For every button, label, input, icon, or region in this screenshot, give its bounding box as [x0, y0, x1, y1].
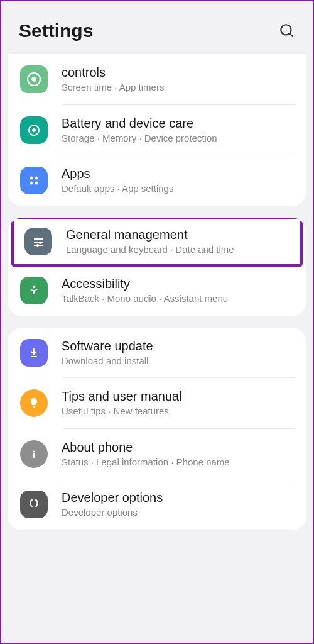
svg-point-12	[39, 242, 41, 244]
row-text: Software update Download and install	[62, 339, 294, 367]
svg-point-15	[33, 286, 35, 288]
highlight-box: General management Language and keyboard…	[11, 218, 303, 268]
grid-icon	[20, 167, 48, 194]
row-text: Accessibility TalkBack · Mono audio · As…	[62, 277, 294, 305]
braces-icon	[20, 491, 48, 518]
search-icon[interactable]	[279, 23, 295, 39]
settings-item-controls[interactable]: controls Screen time · App timers	[8, 54, 306, 105]
settings-item-apps[interactable]: Apps Default apps · App settings	[8, 155, 306, 206]
svg-rect-19	[33, 453, 35, 458]
row-subtitle: Download and install	[62, 355, 294, 367]
info-icon	[20, 440, 48, 468]
row-subtitle: Screen time · App timers	[62, 81, 294, 94]
svg-point-6	[35, 177, 38, 180]
person-icon	[20, 277, 48, 304]
row-text: controls Screen time · App timers	[62, 65, 294, 94]
heart-circle-icon	[20, 65, 48, 93]
row-title: Battery and device care	[62, 116, 294, 131]
row-title: Software update	[62, 339, 294, 353]
row-subtitle: Language and keyboard · Date and time	[66, 243, 290, 256]
row-subtitle: Status · Legal information · Phone name	[62, 456, 294, 469]
row-text: Tips and user manual Useful tips · New f…	[62, 389, 294, 418]
settings-group-2: General management Language and keyboard…	[8, 218, 306, 316]
svg-point-5	[30, 177, 33, 180]
row-subtitle: Useful tips · New features	[62, 405, 294, 418]
header: Settings	[1, 1, 313, 54]
row-title: General management	[66, 228, 290, 242]
settings-item-about-phone[interactable]: About phone Status · Legal information ·…	[8, 429, 306, 480]
svg-point-7	[30, 182, 33, 185]
sliders-icon	[24, 228, 52, 255]
row-title: About phone	[62, 440, 294, 455]
row-title: Apps	[62, 167, 294, 181]
bulb-icon	[20, 389, 48, 417]
settings-item-general-management[interactable]: General management Language and keyboard…	[14, 219, 300, 265]
download-icon	[20, 339, 48, 367]
row-text: Apps Default apps · App settings	[62, 167, 294, 195]
page-title: Settings	[19, 20, 93, 42]
row-text: Developer options Developer options	[62, 491, 294, 519]
svg-point-18	[33, 450, 35, 452]
svg-point-0	[281, 25, 291, 35]
settings-item-tips[interactable]: Tips and user manual Useful tips · New f…	[8, 378, 306, 429]
svg-rect-16	[31, 356, 37, 357]
row-text: General management Language and keyboard…	[66, 228, 290, 256]
settings-item-software-update[interactable]: Software update Download and install	[8, 328, 306, 379]
care-icon	[20, 116, 48, 144]
row-title: controls	[62, 65, 294, 80]
row-title: Tips and user manual	[62, 389, 294, 404]
svg-rect-17	[33, 406, 35, 408]
settings-item-accessibility[interactable]: Accessibility TalkBack · Mono audio · As…	[8, 265, 306, 316]
svg-point-14	[36, 244, 39, 247]
settings-group-1: controls Screen time · App timers Batter…	[8, 54, 306, 206]
row-subtitle: Default apps · App settings	[62, 182, 294, 195]
svg-point-10	[35, 238, 38, 240]
svg-line-1	[290, 33, 293, 36]
row-subtitle: Developer options	[62, 506, 294, 519]
settings-item-battery[interactable]: Battery and device care Storage · Memory…	[8, 105, 306, 156]
row-title: Developer options	[62, 491, 294, 505]
row-text: Battery and device care Storage · Memory…	[62, 116, 294, 145]
row-subtitle: Storage · Memory · Device protection	[62, 132, 294, 145]
settings-group-3: Software update Download and install Tip…	[8, 328, 306, 530]
svg-point-4	[32, 128, 36, 132]
settings-item-developer-options[interactable]: Developer options Developer options	[8, 479, 306, 530]
row-text: About phone Status · Legal information ·…	[62, 440, 294, 469]
svg-point-8	[35, 182, 38, 185]
row-subtitle: TalkBack · Mono audio · Assistant menu	[62, 292, 294, 305]
row-title: Accessibility	[62, 277, 294, 291]
